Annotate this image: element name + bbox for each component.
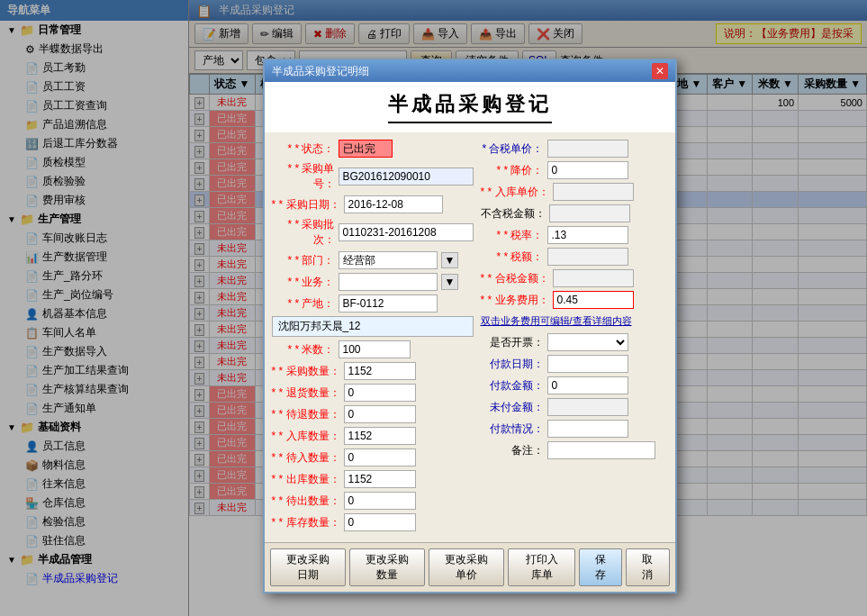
unpaid-amt-label: 未付金额：: [481, 400, 544, 415]
biz-expense-label: * 业务费用：: [481, 293, 549, 308]
return-qty-label: * 退货数量：: [272, 385, 340, 401]
batch-label: * 采购批次：: [272, 217, 335, 248]
modal-columns: * 状态： * 采购单号： * 采购日期： * 采购批次：: [272, 140, 668, 535]
paid-amt-label: 付款金额：: [481, 378, 544, 394]
stock-out-input[interactable]: [344, 470, 416, 488]
biz-expense-input[interactable]: [553, 291, 634, 309]
pending-in-label: * 待入数量：: [272, 450, 340, 466]
purchase-date-row: * 采购日期：: [272, 195, 474, 213]
pay-date-input[interactable]: [547, 355, 628, 373]
excl-tax-input[interactable]: [549, 204, 630, 222]
pending-return-input[interactable]: [344, 405, 416, 423]
stock-in-row: * 入库数量：: [272, 427, 474, 445]
purchase-date-label: * 采购日期：: [272, 197, 340, 213]
biz-input[interactable]: [339, 273, 438, 291]
modal-detail: 半成品采购登记明细 ✕ 半成品采购登记 * 状态： * 采购单号：: [263, 59, 677, 593]
pending-in-input[interactable]: [344, 448, 416, 467]
tax-rate-row: * 税率：: [481, 226, 668, 244]
modal-footer: 更改采购日期 更改采购数量 更改采购单价 打印入库单 保存 取消: [265, 542, 675, 592]
customer-value: 沈阳万邦天晨_12: [278, 320, 361, 332]
origin-row: * 产地：: [272, 294, 474, 313]
stock-out-label: * 出库数量：: [272, 472, 340, 487]
invoice-row: 是否开票：: [481, 333, 668, 351]
modal-titlebar: 半成品采购登记明细 ✕: [265, 60, 675, 82]
modal-right-col: * 合税单价： * 降价： * 入库单价： 不含税金额：: [481, 140, 668, 535]
purchase-date-input[interactable]: [344, 195, 443, 213]
remark-row: 备注：: [481, 441, 668, 459]
dept-input[interactable]: [339, 251, 438, 269]
discount-label: * 降价：: [481, 163, 544, 178]
qty-row: * 采购数量：: [272, 362, 474, 380]
invoice-select[interactable]: [547, 333, 628, 351]
biz-label: * 业务：: [272, 275, 335, 290]
pending-out-label: * 待出数量：: [272, 494, 340, 509]
remark-input[interactable]: [547, 441, 655, 459]
qty-input[interactable]: [344, 362, 416, 380]
pay-info-input[interactable]: [547, 420, 628, 438]
incl-tax-label: * 合税金额：: [481, 271, 549, 286]
stock-in-price-label: * 入库单价：: [481, 185, 549, 200]
tax-amt-input[interactable]: [547, 248, 628, 266]
remark-label: 备注：: [481, 443, 544, 458]
inventory-input[interactable]: [344, 513, 416, 531]
pay-date-row: 付款日期：: [481, 355, 668, 373]
dept-row: * 部门： ▼: [272, 251, 474, 269]
invoice-label: 是否开票：: [481, 335, 544, 350]
excl-tax-row: 不含税金额：: [481, 204, 668, 222]
origin-input[interactable]: [339, 294, 438, 313]
unit-price-row: * 合税单价：: [481, 140, 668, 158]
order-no-row: * 采购单号：: [272, 161, 474, 192]
meters-label: * 米数：: [272, 342, 335, 358]
modal-main-title: 半成品采购登记: [388, 91, 552, 123]
status-label: * 状态：: [272, 141, 335, 157]
pay-date-label: 付款日期：: [481, 357, 544, 372]
biz-dropdown-icon[interactable]: ▼: [441, 274, 459, 290]
pending-return-row: * 待退数量：: [272, 405, 474, 423]
pending-in-row: * 待入数量：: [272, 448, 474, 467]
batch-input[interactable]: [339, 223, 474, 241]
discount-row: * 降价：: [481, 161, 668, 179]
unit-price-input[interactable]: [547, 140, 628, 158]
change-price-button[interactable]: 更改采购单价: [429, 548, 504, 586]
excl-tax-label: 不含税金额：: [481, 206, 546, 222]
modal-left-col: * 状态： * 采购单号： * 采购日期： * 采购批次：: [272, 140, 474, 535]
pay-info-label: 付款情况：: [481, 421, 544, 437]
unpaid-amt-row: 未付金额：: [481, 398, 668, 416]
print-stock-button[interactable]: 打印入库单: [508, 548, 575, 586]
order-no-label: * 采购单号：: [272, 161, 335, 192]
modal-title: 半成品采购登记明细: [272, 64, 369, 79]
incl-tax-input[interactable]: [553, 269, 634, 287]
incl-tax-row: * 合税金额：: [481, 269, 668, 287]
biz-expense-link-row: 双击业务费用可编辑/查看详细内容: [481, 313, 668, 330]
batch-row: * 采购批次：: [272, 217, 474, 248]
pending-out-input[interactable]: [344, 492, 416, 510]
biz-expense-link[interactable]: 双击业务费用可编辑/查看详细内容: [481, 315, 632, 326]
modal-header: 半成品采购登记: [265, 82, 675, 132]
pay-info-row: 付款情况：: [481, 420, 668, 438]
modal-close-button[interactable]: ✕: [652, 63, 668, 79]
stock-in-input[interactable]: [344, 427, 416, 445]
tax-amt-label: * 税额：: [481, 249, 544, 265]
meters-input[interactable]: [339, 340, 411, 358]
dept-label: * 部门：: [272, 253, 335, 268]
change-date-button[interactable]: 更改采购日期: [270, 548, 346, 586]
unpaid-amt-input[interactable]: [547, 398, 628, 416]
discount-input[interactable]: [547, 161, 628, 179]
stock-out-row: * 出库数量：: [272, 470, 474, 488]
modal-body: * 状态： * 采购单号： * 采购日期： * 采购批次：: [265, 132, 675, 542]
meters-row: * 米数：: [272, 340, 474, 358]
cancel-button[interactable]: 取消: [626, 548, 669, 586]
pending-return-label: * 待退数量：: [272, 407, 340, 422]
modal-overlay: 半成品采购登记明细 ✕ 半成品采购登记 * 状态： * 采购单号：: [0, 0, 867, 616]
stock-in-price-input[interactable]: [553, 183, 634, 201]
return-qty-input[interactable]: [344, 384, 416, 402]
dept-dropdown-icon[interactable]: ▼: [441, 252, 459, 268]
order-no-input[interactable]: [339, 168, 474, 186]
paid-amt-input[interactable]: [547, 376, 628, 394]
biz-row: * 业务： ▼: [272, 273, 474, 291]
status-input[interactable]: [339, 140, 393, 158]
save-button[interactable]: 保存: [579, 548, 622, 586]
tax-rate-input[interactable]: [547, 226, 628, 244]
change-qty-button[interactable]: 更改采购数量: [349, 548, 425, 586]
paid-amt-row: 付款金额：: [481, 376, 668, 394]
